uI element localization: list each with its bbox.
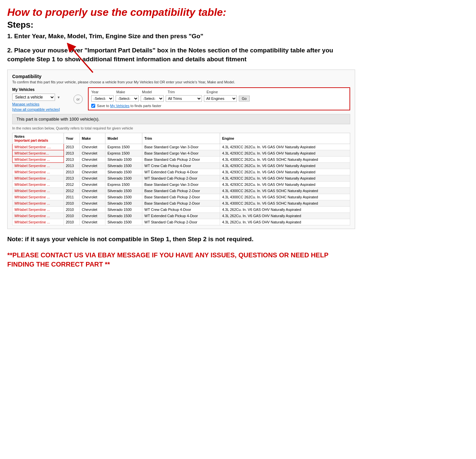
model-cell: Silverado 1500 <box>105 157 142 163</box>
table-row: Mfrlabel:Serpentine ...2010ChevroletSilv… <box>13 213 350 219</box>
table-row: Mfrlabel:Serpentine ...2013ChevroletSilv… <box>13 175 350 182</box>
my-vehicles-label: My Vehicles <box>12 87 68 92</box>
table-row: Mfrlabel:Serpentine ...2010ChevroletSilv… <box>13 219 350 225</box>
trim-cell: Base Standard Cab Pickup 2-Door <box>142 157 220 163</box>
year-cell: 2012 <box>64 188 80 194</box>
year-cell: 2010 <box>64 213 80 219</box>
engine-cell: 4.3L 4300CC 262Cu. In. V6 GAS SOHC Natur… <box>220 157 350 163</box>
step2-text: 2. Place your mouse over "Important Part… <box>7 46 355 64</box>
year-label: Year <box>91 90 114 94</box>
table-row: Mfrlabel:Serpentine ...2013ChevroletSilv… <box>13 157 350 163</box>
my-vehicles-link[interactable]: My Vehicles <box>110 104 129 108</box>
engine-cell: 4.3L 4300CC 262Cu. In. V6 GAS SOHC Natur… <box>220 200 350 207</box>
engine-cell: 4.3L 4300CC 262Cu. In. V6 GAS SOHC Natur… <box>220 194 350 200</box>
ymm-section: Year Make Model Trim Engine -Select- -Se… <box>88 87 350 110</box>
quantity-note: In the notes section below, Quantity ref… <box>12 126 350 130</box>
trim-cell: WT Standard Cab Pickup 2-Door <box>142 175 220 182</box>
compat-banner: This part is compatible with 1000 vehicl… <box>12 114 350 124</box>
make-header: Make <box>80 133 105 144</box>
make-cell: Chevrolet <box>80 194 105 200</box>
notes-cell: Mfrlabel:Serpentine... <box>13 150 64 157</box>
make-select[interactable]: -Select- <box>116 95 139 102</box>
make-cell: Chevrolet <box>80 182 105 188</box>
engine-cell: 4.3L 4293CC 262Cu. In. V6 GAS OHV Natura… <box>220 182 350 188</box>
contact-text: **PLEASE CONTACT US VIA EBAY MESSAGE IF … <box>7 250 355 269</box>
trim-cell: Base Standard Cargo Van 4-Door <box>142 150 220 157</box>
year-cell: 2010 <box>64 207 80 213</box>
trim-header: Trim <box>142 133 220 144</box>
notes-cell: Mfrlabel:Serpentine ... <box>13 182 64 188</box>
compatibility-section: Compatibility To confirm that this part … <box>7 70 355 229</box>
make-cell: Chevrolet <box>80 219 105 225</box>
trim-cell: Base Standard Cab Pickup 2-Door <box>142 194 220 200</box>
compat-title: Compatibility <box>12 74 350 79</box>
year-cell: 2013 <box>64 169 80 175</box>
table-row: Mfrlabel:Serpentine ...2013ChevroletSilv… <box>13 169 350 175</box>
year-cell: 2010 <box>64 200 80 207</box>
make-cell: Chevrolet <box>80 175 105 182</box>
trim-cell: WT Extended Cab Pickup 4-Door <box>142 169 220 175</box>
model-cell: Silverado 1500 <box>105 163 142 169</box>
model-cell: Silverado 1500 <box>105 219 142 225</box>
table-row: Mfrlabel:Serpentine ...2011ChevroletSilv… <box>13 194 350 200</box>
notes-cell: Mfrlabel:Serpentine ... <box>13 219 64 225</box>
year-cell: 2013 <box>64 157 80 163</box>
trim-cell: Base Standard Cargo Van 3-Door <box>142 144 220 150</box>
footer-note: Note: if it says your vehicle is not com… <box>7 235 355 244</box>
steps-heading: Steps: <box>7 20 355 30</box>
year-cell: 2013 <box>64 163 80 169</box>
model-select[interactable]: -Select- <box>141 95 164 102</box>
vehicle-select[interactable]: Select a vehicle <box>12 94 55 101</box>
notes-cell: Mfrlabel:Serpentine ... <box>13 213 64 219</box>
engine-cell: 4.3L 4293CC 262Cu. In. V6 GAS OHV Natura… <box>220 144 350 150</box>
year-header: Year <box>64 133 80 144</box>
notes-cell: Mfrlabel:Serpentine ... <box>13 175 64 182</box>
year-cell: 2013 <box>64 144 80 150</box>
notes-cell: Mfrlabel:Serpentine ... <box>13 194 64 200</box>
year-cell: 2012 <box>64 182 80 188</box>
notes-header: Notes Important part details <box>13 133 64 144</box>
make-label: Make <box>116 90 139 94</box>
step1-text: 1. Enter Year, Make, Model, Trim, Engine… <box>7 32 355 41</box>
make-cell: Chevrolet <box>80 207 105 213</box>
notes-cell: Mfrlabel:Serpentine ... <box>13 157 64 163</box>
year-cell: 2011 <box>64 194 80 200</box>
compat-description: To confirm that this part fits your vehi… <box>12 80 350 84</box>
trim-cell: Base Standard Cargo Van 3-Door <box>142 182 220 188</box>
make-cell: Chevrolet <box>80 150 105 157</box>
model-cell: Express 1500 <box>105 144 142 150</box>
trim-cell: Base Standard Cab Pickup 2-Door <box>142 188 220 194</box>
engine-cell: 4.3L 4293CC 262Cu. In. V6 GAS OHV Natura… <box>220 175 350 182</box>
my-vehicles-section: My Vehicles Select a vehicle ▼ Manage ve… <box>12 87 68 111</box>
save-to-vehicles-checkbox[interactable] <box>91 104 95 108</box>
engine-cell: 4.3L 262Cu. In. V6 GAS OHV Naturally Asp… <box>220 213 350 219</box>
engine-cell: 4.3L 262Cu. In. V6 GAS OHV Naturally Asp… <box>220 207 350 213</box>
make-cell: Chevrolet <box>80 144 105 150</box>
model-cell: Silverado 1500 <box>105 213 142 219</box>
make-cell: Chevrolet <box>80 169 105 175</box>
notes-cell: Mfrlabel:Serpentine ... <box>13 207 64 213</box>
make-cell: Chevrolet <box>80 157 105 163</box>
engine-select[interactable]: All Engines <box>204 95 237 102</box>
notes-cell: Mfrlabel:Serpentine ... <box>13 188 64 194</box>
model-cell: Silverado 1500 <box>105 175 142 182</box>
engine-cell: 4.3L 4300CC 262Cu. In. V6 GAS SOHC Natur… <box>220 188 350 194</box>
model-cell: Silverado 1500 <box>105 194 142 200</box>
engine-cell: 4.3L 4293CC 262Cu. In. V6 GAS OHV Natura… <box>220 150 350 157</box>
trim-cell: WT Standard Cab Pickup 2-Door <box>142 219 220 225</box>
make-cell: Chevrolet <box>80 188 105 194</box>
engine-header: Engine <box>220 133 350 144</box>
year-select[interactable]: -Select- <box>91 95 114 102</box>
dropdown-arrow-icon: ▼ <box>57 96 60 99</box>
make-cell: Chevrolet <box>80 213 105 219</box>
engine-cell: 4.3L 4293CC 262Cu. In. V6 GAS OHV Natura… <box>220 169 350 175</box>
show-all-compat-link[interactable]: [show all compatible vehicles] <box>12 107 68 111</box>
go-button[interactable]: Go <box>239 96 250 101</box>
trim-cell: Base Standard Cab Pickup 2-Door <box>142 200 220 207</box>
save-vehicles-text: Save to My Vehicles to finds parts faste… <box>97 104 161 108</box>
engine-label: Engine <box>207 90 239 94</box>
manage-vehicles-link[interactable]: Manage vehicles <box>12 102 68 106</box>
notes-cell: Mfrlabel:Serpentine ... <box>13 200 64 207</box>
trim-select[interactable]: All Trims <box>166 95 202 102</box>
engine-cell: 4.3L 262Cu. In. V6 GAS OHV Naturally Asp… <box>220 219 350 225</box>
